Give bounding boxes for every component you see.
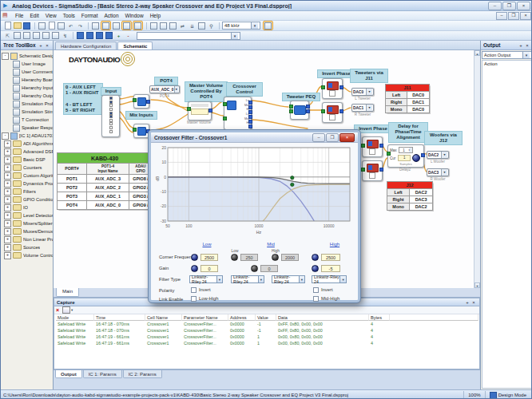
mdi-minimize-button[interactable]: – (496, 12, 507, 20)
align-bottom-icon[interactable] (42, 32, 50, 40)
menu-format[interactable]: Format (78, 12, 101, 19)
tree-toolbox-icon[interactable] (121, 21, 132, 30)
close-icon[interactable]: × (470, 300, 477, 305)
align-left-icon[interactable] (13, 32, 22, 40)
delay-block[interactable]: Max 1▾ Cur 1 Samples (387, 144, 424, 168)
expand-icon[interactable]: + (4, 228, 11, 235)
probe-icon[interactable]: ⚲ (207, 22, 216, 30)
tree-item[interactable]: Hierarchy Board (11, 76, 53, 84)
tree-item[interactable]: T Connection (11, 116, 53, 124)
minus-icon[interactable]: - (124, 32, 133, 40)
menu-file[interactable]: File (12, 12, 26, 19)
corner-frequency-knob-low[interactable] (191, 254, 198, 261)
mdi-restore-button[interactable]: ❒ (508, 12, 519, 20)
tree-item[interactable]: +Muxes/Demuxes (4, 227, 53, 235)
tab-ic2-params[interactable]: IC 2: Params (123, 370, 162, 378)
zoom-fit-icon[interactable] (169, 22, 177, 30)
menu-help[interactable]: Help (147, 12, 164, 19)
pin-icon[interactable]: + (518, 43, 524, 48)
tab-ic1-params[interactable]: IC 1: Params (83, 370, 122, 378)
expand-icon[interactable]: + (4, 188, 11, 196)
schematic-view-icon[interactable] (101, 21, 111, 30)
collapse-icon[interactable]: - (2, 132, 9, 140)
pin-icon[interactable]: + (38, 43, 44, 48)
distribute-icon[interactable] (51, 32, 60, 40)
link-low-high-checkbox[interactable] (191, 296, 197, 302)
expand-icon[interactable]: + (4, 220, 11, 227)
master-volume-block[interactable] (188, 101, 212, 120)
filter-type-dropdown-mid-high[interactable]: Linkwitz-Riley 24▾ (272, 275, 305, 283)
mdi-close-button[interactable]: × (520, 12, 531, 20)
zoom-level[interactable]: 100% (463, 391, 484, 399)
tree-item[interactable]: +Level Detectors/Lo (4, 211, 53, 219)
close-icon[interactable]: × (44, 43, 50, 48)
grow-algorithm-icon[interactable] (76, 32, 85, 40)
shrink-algorithm-icon[interactable] (85, 32, 94, 40)
tree-item[interactable]: +Basic DSP (4, 156, 53, 164)
expand-icon[interactable]: + (4, 244, 11, 251)
expand-icon[interactable]: + (4, 156, 11, 164)
tab-main[interactable]: Main (56, 288, 79, 297)
corner-frequency-knob-mid-high[interactable] (272, 254, 279, 261)
wire-mode-icon[interactable]: ↯ (61, 32, 69, 40)
gain-knob-low[interactable] (191, 265, 198, 272)
pin-icon[interactable]: + (464, 300, 470, 305)
gain-knob-mid[interactable] (251, 265, 258, 272)
expand-icon[interactable]: + (4, 148, 11, 156)
low-band-link[interactable]: Low (195, 242, 219, 247)
filter-type-dropdown-high[interactable]: Linkwitz-Riley 24▾ (312, 275, 347, 283)
capture-window-icon[interactable] (112, 22, 121, 30)
dialog-close-button[interactable]: × (339, 133, 355, 142)
output-window-icon[interactable] (133, 21, 143, 30)
invert-checkbox-low[interactable] (191, 287, 197, 293)
hardware-config-view-icon[interactable] (91, 22, 100, 30)
high-band-link[interactable]: High (323, 242, 347, 247)
chevron-down-icon[interactable]: ▾ (522, 52, 530, 58)
filter-type-dropdown-mid-low[interactable]: Linkwitz-Riley 24▾ (231, 275, 264, 283)
tab-schematic[interactable]: Schematic (117, 41, 153, 49)
tree-item[interactable]: +Sources (4, 243, 53, 251)
tree-item[interactable]: +Non Linear Process (4, 235, 53, 243)
save-icon[interactable] (22, 22, 31, 30)
copy-icon[interactable] (47, 22, 56, 30)
dialog-title-bar[interactable]: Crossover Filter - Crossover1 – ❒ × (151, 132, 358, 143)
align-center-icon[interactable] (22, 32, 31, 40)
menu-action[interactable]: Action (101, 12, 121, 19)
tree-item[interactable]: +GPIO Conditioning (4, 196, 53, 203)
export-system-files-icon[interactable] (197, 22, 206, 30)
woofer-left-dac-dropdown[interactable]: DAC2▾ (427, 151, 449, 159)
corner-frequency-field-low[interactable]: 2500 (200, 254, 218, 261)
collapse-icon[interactable]: - (2, 53, 9, 60)
tab-hardware-configuration[interactable]: Hardware Configuration (55, 41, 117, 49)
columns-icon[interactable] (62, 306, 70, 314)
tweeter-peq-block[interactable] (290, 101, 309, 120)
expand-icon[interactable]: + (4, 212, 11, 219)
close-icon[interactable]: × (524, 43, 530, 48)
corner-frequency-knob-high[interactable] (312, 254, 319, 261)
output-type-dropdown[interactable]: Action Output ▾ (482, 51, 532, 59)
pointer-tool-icon[interactable]: ⇱ (3, 32, 12, 40)
mixer-block-left[interactable] (133, 94, 149, 109)
gain-field-low[interactable]: 0 (200, 265, 218, 272)
paste-icon[interactable] (57, 22, 66, 30)
zoom-out-icon[interactable] (149, 22, 158, 30)
tab-output[interactable]: Output (55, 370, 82, 378)
crossover-filter-dialog[interactable]: Crossover Filter - Crossover1 – ❒ × 2010… (149, 130, 360, 302)
link-compile-download-icon[interactable]: ⇊ (188, 22, 197, 30)
filter-type-dropdown-low[interactable]: Linkwitz-Riley 24▾ (189, 275, 223, 283)
expand-icon[interactable]: + (4, 140, 11, 148)
tree-item[interactable]: +Advanced DSP (4, 148, 53, 156)
open-project-icon[interactable] (13, 22, 22, 30)
redo-icon[interactable]: ↷ (76, 22, 85, 30)
delay-knob[interactable] (412, 154, 420, 162)
tree-item[interactable]: Speaker Response (11, 124, 53, 132)
clear-capture-icon[interactable]: × (56, 307, 59, 313)
expand-icon[interactable]: + (4, 252, 11, 259)
tree-item[interactable]: User Image (11, 60, 53, 68)
expand-icon[interactable]: + (4, 204, 11, 211)
tree-item[interactable]: +IO (4, 203, 53, 211)
tree-item[interactable]: +Volume Controls (4, 251, 53, 259)
menu-edit[interactable]: Edit (26, 12, 42, 19)
chevron-down-icon[interactable]: ▾ (231, 33, 238, 39)
invert-block[interactable] (362, 136, 383, 157)
